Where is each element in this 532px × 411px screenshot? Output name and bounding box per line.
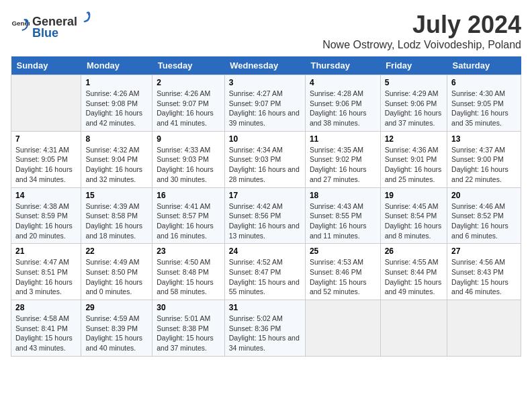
calendar-cell: 3Sunrise: 4:27 AM Sunset: 9:07 PM Daylig…	[224, 75, 305, 132]
cell-content: Sunrise: 4:32 AM Sunset: 9:04 PM Dayligh…	[85, 145, 148, 185]
day-number: 6	[451, 78, 517, 87]
header-thursday: Thursday	[305, 56, 380, 75]
cell-content: Sunrise: 4:47 AM Sunset: 8:51 PM Dayligh…	[15, 257, 77, 297]
calendar-cell: 2Sunrise: 4:26 AM Sunset: 9:07 PM Daylig…	[152, 75, 224, 132]
day-number: 13	[451, 134, 517, 144]
day-number: 7	[15, 134, 77, 144]
calendar-cell: 12Sunrise: 4:36 AM Sunset: 9:01 PM Dayli…	[380, 131, 447, 187]
day-number: 24	[229, 246, 301, 256]
day-number: 5	[385, 78, 443, 87]
day-number: 3	[229, 78, 301, 87]
calendar-cell: 19Sunrise: 4:45 AM Sunset: 8:54 PM Dayli…	[380, 187, 447, 244]
calendar-cell: 7Sunrise: 4:31 AM Sunset: 9:05 PM Daylig…	[11, 131, 81, 187]
cell-content: Sunrise: 4:45 AM Sunset: 8:54 PM Dayligh…	[385, 201, 443, 241]
cell-content: Sunrise: 4:26 AM Sunset: 9:08 PM Dayligh…	[85, 89, 148, 128]
header-monday: Monday	[81, 56, 152, 75]
calendar-cell	[305, 300, 380, 357]
day-number: 29	[85, 303, 148, 312]
calendar-cell: 1Sunrise: 4:26 AM Sunset: 9:08 PM Daylig…	[81, 75, 152, 132]
calendar-cell: 29Sunrise: 4:59 AM Sunset: 8:39 PM Dayli…	[81, 300, 152, 357]
day-number: 23	[157, 246, 220, 256]
day-number: 14	[15, 191, 77, 200]
day-number: 30	[157, 303, 220, 312]
day-number: 17	[229, 191, 301, 200]
header-tuesday: Tuesday	[152, 56, 224, 75]
week-row-1: 1Sunrise: 4:26 AM Sunset: 9:08 PM Daylig…	[11, 75, 521, 132]
logo: General General Blue	[11, 11, 93, 40]
cell-content: Sunrise: 4:52 AM Sunset: 8:47 PM Dayligh…	[229, 257, 301, 297]
cell-content: Sunrise: 4:50 AM Sunset: 8:48 PM Dayligh…	[157, 257, 220, 297]
calendar-cell: 6Sunrise: 4:30 AM Sunset: 9:05 PM Daylig…	[447, 75, 521, 132]
calendar-cell: 9Sunrise: 4:33 AM Sunset: 9:03 PM Daylig…	[152, 131, 224, 187]
day-number: 20	[451, 191, 517, 200]
calendar-cell: 20Sunrise: 4:46 AM Sunset: 8:52 PM Dayli…	[447, 187, 521, 244]
calendar-cell: 14Sunrise: 4:38 AM Sunset: 8:59 PM Dayli…	[11, 187, 81, 244]
day-number: 10	[229, 134, 301, 144]
calendar-cell: 15Sunrise: 4:39 AM Sunset: 8:58 PM Dayli…	[81, 187, 152, 244]
main-title: July 2024	[322, 11, 521, 39]
cell-content: Sunrise: 4:34 AM Sunset: 9:03 PM Dayligh…	[229, 145, 301, 185]
calendar-cell: 23Sunrise: 4:50 AM Sunset: 8:48 PM Dayli…	[152, 244, 224, 300]
calendar-cell	[447, 300, 521, 357]
calendar-cell: 11Sunrise: 4:35 AM Sunset: 9:02 PM Dayli…	[305, 131, 380, 187]
page-header: General General Blue July 2024 Nowe Ostr…	[11, 11, 521, 51]
cell-content: Sunrise: 4:56 AM Sunset: 8:43 PM Dayligh…	[451, 257, 517, 297]
title-area: July 2024 Nowe Ostrowy, Lodz Voivodeship…	[322, 11, 521, 51]
calendar-cell	[380, 300, 447, 357]
day-number: 19	[385, 191, 443, 200]
calendar-cell: 24Sunrise: 4:52 AM Sunset: 8:47 PM Dayli…	[224, 244, 305, 300]
cell-content: Sunrise: 4:33 AM Sunset: 9:03 PM Dayligh…	[157, 145, 220, 185]
day-number: 2	[157, 78, 220, 87]
day-number: 16	[157, 191, 220, 200]
cell-content: Sunrise: 4:30 AM Sunset: 9:05 PM Dayligh…	[451, 89, 517, 128]
day-number: 21	[15, 246, 77, 256]
day-number: 12	[385, 134, 443, 144]
calendar-cell: 22Sunrise: 4:49 AM Sunset: 8:50 PM Dayli…	[81, 244, 152, 300]
day-number: 31	[229, 303, 301, 312]
cell-content: Sunrise: 4:46 AM Sunset: 8:52 PM Dayligh…	[451, 201, 517, 241]
cell-content: Sunrise: 4:37 AM Sunset: 9:00 PM Dayligh…	[451, 145, 517, 185]
cell-content: Sunrise: 4:55 AM Sunset: 8:44 PM Dayligh…	[385, 257, 443, 297]
day-number: 1	[85, 78, 148, 87]
day-number: 9	[157, 134, 220, 144]
week-row-2: 7Sunrise: 4:31 AM Sunset: 9:05 PM Daylig…	[11, 131, 521, 187]
cell-content: Sunrise: 4:35 AM Sunset: 9:02 PM Dayligh…	[310, 145, 376, 185]
day-number: 26	[385, 246, 443, 256]
calendar-table: SundayMondayTuesdayWednesdayThursdayFrid…	[11, 56, 521, 357]
cell-content: Sunrise: 4:36 AM Sunset: 9:01 PM Dayligh…	[385, 145, 443, 185]
calendar-cell: 30Sunrise: 5:01 AM Sunset: 8:38 PM Dayli…	[152, 300, 224, 357]
calendar-cell: 31Sunrise: 5:02 AM Sunset: 8:36 PM Dayli…	[224, 300, 305, 357]
cell-content: Sunrise: 5:02 AM Sunset: 8:36 PM Dayligh…	[229, 314, 301, 353]
calendar-cell: 25Sunrise: 4:53 AM Sunset: 8:46 PM Dayli…	[305, 244, 380, 300]
calendar-cell: 27Sunrise: 4:56 AM Sunset: 8:43 PM Dayli…	[447, 244, 521, 300]
header-wednesday: Wednesday	[224, 56, 305, 75]
calendar-cell: 16Sunrise: 4:41 AM Sunset: 8:57 PM Dayli…	[152, 187, 224, 244]
day-number: 25	[310, 246, 376, 256]
calendar-cell: 13Sunrise: 4:37 AM Sunset: 9:00 PM Dayli…	[447, 131, 521, 187]
day-number: 22	[85, 246, 148, 256]
cell-content: Sunrise: 4:28 AM Sunset: 9:06 PM Dayligh…	[310, 89, 376, 128]
cell-content: Sunrise: 4:43 AM Sunset: 8:55 PM Dayligh…	[310, 201, 376, 241]
calendar-cell: 4Sunrise: 4:28 AM Sunset: 9:06 PM Daylig…	[305, 75, 380, 132]
calendar-cell: 10Sunrise: 4:34 AM Sunset: 9:03 PM Dayli…	[224, 131, 305, 187]
cell-content: Sunrise: 4:26 AM Sunset: 9:07 PM Dayligh…	[157, 89, 220, 128]
cell-content: Sunrise: 4:27 AM Sunset: 9:07 PM Dayligh…	[229, 89, 301, 128]
day-number: 8	[85, 134, 148, 144]
cell-content: Sunrise: 4:39 AM Sunset: 8:58 PM Dayligh…	[85, 201, 148, 241]
header-friday: Friday	[380, 56, 447, 75]
cell-content: Sunrise: 4:49 AM Sunset: 8:50 PM Dayligh…	[85, 257, 148, 297]
calendar-cell: 28Sunrise: 4:58 AM Sunset: 8:41 PM Dayli…	[11, 300, 81, 357]
cell-content: Sunrise: 4:58 AM Sunset: 8:41 PM Dayligh…	[15, 314, 77, 353]
day-number: 4	[310, 78, 376, 87]
calendar-cell: 18Sunrise: 4:43 AM Sunset: 8:55 PM Dayli…	[305, 187, 380, 244]
calendar-cell: 17Sunrise: 4:42 AM Sunset: 8:56 PM Dayli…	[224, 187, 305, 244]
week-row-5: 28Sunrise: 4:58 AM Sunset: 8:41 PM Dayli…	[11, 300, 521, 357]
calendar-cell: 26Sunrise: 4:55 AM Sunset: 8:44 PM Dayli…	[380, 244, 447, 300]
day-number: 27	[451, 246, 517, 256]
cell-content: Sunrise: 4:29 AM Sunset: 9:06 PM Dayligh…	[385, 89, 443, 128]
week-row-4: 21Sunrise: 4:47 AM Sunset: 8:51 PM Dayli…	[11, 244, 521, 300]
header-row: SundayMondayTuesdayWednesdayThursdayFrid…	[11, 56, 521, 75]
cell-content: Sunrise: 4:59 AM Sunset: 8:39 PM Dayligh…	[85, 314, 148, 353]
cell-content: Sunrise: 4:53 AM Sunset: 8:46 PM Dayligh…	[310, 257, 376, 297]
cell-content: Sunrise: 4:31 AM Sunset: 9:05 PM Dayligh…	[15, 145, 77, 185]
